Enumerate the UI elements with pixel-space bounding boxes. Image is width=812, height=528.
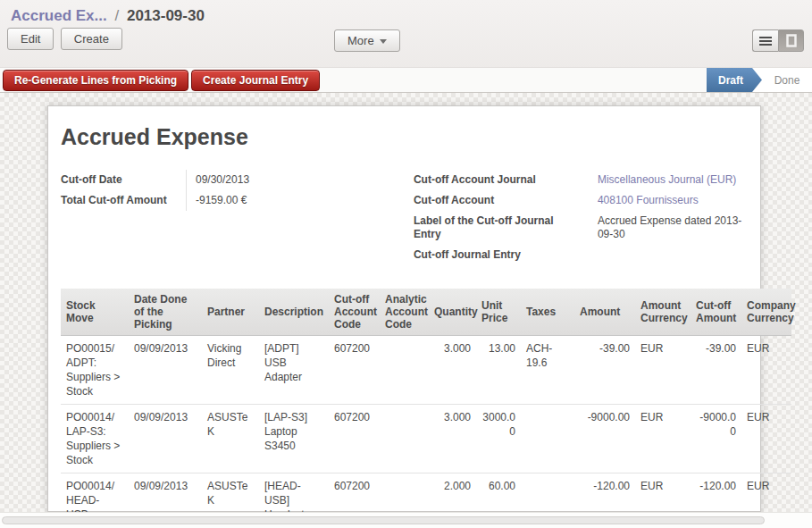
- cell-partner[interactable]: ASUSTeK: [202, 405, 259, 474]
- table-row[interactable]: PO00015/ ADPT: Suppliers > Stock 09/09/2…: [61, 336, 791, 405]
- cell-analytic-account-code[interactable]: [380, 405, 429, 474]
- breadcrumb-current: 2013-09-30: [127, 7, 205, 24]
- cutoff-account-link[interactable]: 408100 Fournisseurs: [589, 190, 748, 211]
- col-cutoff-account-code: Cut-off Account Code: [329, 289, 380, 336]
- col-amount-currency: Amount Currency: [635, 289, 691, 336]
- col-quantity: Quantity: [429, 289, 476, 336]
- edit-button[interactable]: Edit: [7, 28, 54, 50]
- cell-amount[interactable]: -39.00: [574, 336, 635, 405]
- total-cutoff-amount-label: Total Cut-off Amount: [61, 190, 186, 211]
- cell-taxes[interactable]: ACH-19.6: [521, 336, 574, 405]
- cell-date-done[interactable]: 09/09/2013: [129, 405, 202, 474]
- create-journal-entry-button[interactable]: Create Journal Entry: [191, 70, 320, 91]
- cutoff-account-journal-link[interactable]: Miscellaneous Journal (EUR): [589, 170, 748, 190]
- cell-stock-move[interactable]: PO00014/ LAP-S3: Suppliers > Stock: [61, 405, 129, 474]
- cell-description[interactable]: [ADPT] USB Adapter: [259, 336, 329, 405]
- toolbar: Edit Create More: [0, 28, 812, 60]
- odoo-window: Accrued Ex... / 2013-09-30 Edit Create M…: [0, 0, 812, 528]
- col-unit-price: Unit Price: [476, 289, 521, 336]
- breadcrumb-separator: /: [111, 7, 122, 24]
- action-bar: Re-Generate Lines from Picking Create Jo…: [0, 67, 812, 93]
- total-cutoff-amount-value: -9159.00 €: [186, 190, 405, 211]
- cell-unit-price[interactable]: 13.00: [476, 336, 521, 405]
- table-header-row: Stock Move Date Done of the Picking Part…: [61, 289, 791, 336]
- journal-entry-label-label: Label of the Cut-off Journal Entry: [414, 211, 589, 245]
- cell-date-done[interactable]: 09/09/2013: [129, 336, 202, 405]
- create-button[interactable]: Create: [61, 28, 122, 50]
- more-dropdown-button[interactable]: More: [334, 29, 400, 52]
- cutoff-date-value: 09/30/2013: [186, 170, 405, 190]
- cell-unit-price[interactable]: 3000.00: [476, 405, 521, 474]
- horizontal-scrollbar[interactable]: [2, 516, 765, 524]
- col-stock-move: Stock Move: [61, 289, 129, 336]
- status-bar: Draft Done: [707, 68, 812, 92]
- cell-partner[interactable]: Vicking Direct: [202, 336, 259, 405]
- col-description: Description: [259, 289, 329, 336]
- status-done: Done: [762, 68, 812, 92]
- cell-amount-currency[interactable]: EUR: [635, 405, 691, 474]
- page-title: Accrued Expense: [61, 124, 748, 150]
- cell-stock-move[interactable]: PO00015/ ADPT: Suppliers > Stock: [61, 336, 129, 405]
- col-date-done: Date Done of the Picking: [129, 289, 202, 336]
- content-area: Accrued Expense Cut-off Date 09/30/2013 …: [0, 93, 812, 528]
- view-switcher: [752, 29, 804, 52]
- bottom-scroll-strip: [0, 512, 812, 528]
- form-view-button[interactable]: [778, 29, 804, 52]
- col-analytic-account-code: Analytic Account Code: [380, 289, 429, 336]
- col-cutoff-amount: Cut-off Amount: [691, 289, 741, 336]
- cutoff-journal-entry-label: Cut-off Journal Entry: [414, 245, 589, 265]
- breadcrumb: Accrued Ex... / 2013-09-30: [0, 0, 812, 25]
- col-company-currency: Company Currency: [741, 289, 791, 336]
- table-row[interactable]: PO00014/ LAP-S3: Suppliers > Stock 09/09…: [61, 405, 791, 474]
- cutoff-date-label: Cut-off Date: [61, 170, 186, 190]
- field-group-left: Cut-off Date 09/30/2013 Total Cut-off Am…: [61, 170, 405, 265]
- more-label: More: [347, 34, 374, 47]
- cutoff-account-label: Cut-off Account: [414, 190, 589, 211]
- cell-amount[interactable]: -9000.00: [574, 405, 635, 474]
- journal-entry-label-value: Accrued Expense dated 2013-09-30: [589, 211, 748, 245]
- field-groups: Cut-off Date 09/30/2013 Total Cut-off Am…: [61, 170, 748, 265]
- cell-description[interactable]: [LAP-S3] Laptop S3450: [259, 405, 329, 474]
- cutoff-journal-entry-value: [589, 245, 748, 265]
- list-view-icon: [759, 36, 772, 46]
- cutoff-account-journal-label: Cut-off Account Journal: [414, 170, 589, 190]
- cell-cutoff-account-code[interactable]: 607200: [329, 405, 380, 474]
- breadcrumb-parent-link[interactable]: Accrued Ex...: [11, 7, 107, 24]
- form-view-icon: [786, 34, 797, 47]
- status-draft: Draft: [707, 68, 762, 92]
- cell-taxes[interactable]: [521, 405, 574, 474]
- cell-company-currency[interactable]: EUR: [741, 336, 791, 405]
- cell-cutoff-amount[interactable]: -9000.00: [691, 405, 741, 474]
- form-sheet: Accrued Expense Cut-off Date 09/30/2013 …: [47, 105, 761, 512]
- cell-analytic-account-code[interactable]: [380, 336, 429, 405]
- cell-company-currency[interactable]: EUR: [741, 405, 791, 474]
- col-taxes: Taxes: [521, 289, 574, 336]
- field-group-right: Cut-off Account Journal Miscellaneous Jo…: [414, 170, 748, 265]
- cell-cutoff-account-code[interactable]: 607200: [329, 336, 380, 405]
- cell-amount-currency[interactable]: EUR: [635, 336, 691, 405]
- cell-quantity[interactable]: 3.000: [429, 336, 476, 405]
- cell-cutoff-amount[interactable]: -39.00: [691, 336, 741, 405]
- col-partner: Partner: [202, 289, 259, 336]
- cutoff-lines-table: Stock Move Date Done of the Picking Part…: [61, 289, 791, 528]
- chevron-down-icon: [380, 39, 387, 44]
- col-amount: Amount: [574, 289, 635, 336]
- regenerate-lines-button[interactable]: Re-Generate Lines from Picking: [3, 70, 188, 91]
- list-view-button[interactable]: [752, 29, 778, 52]
- cell-quantity[interactable]: 3.000: [429, 405, 476, 474]
